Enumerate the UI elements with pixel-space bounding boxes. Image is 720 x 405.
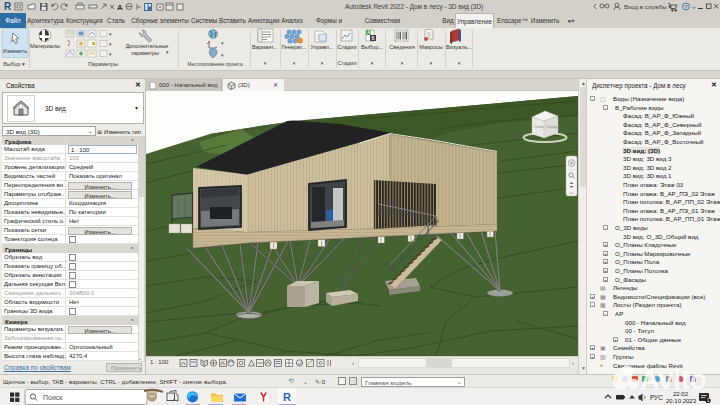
svg-text:▾: ▾ bbox=[221, 40, 224, 46]
svg-text:A: A bbox=[367, 30, 370, 35]
svg-text:Вариант...: Вариант... bbox=[252, 44, 278, 50]
svg-text:Avito: Avito bbox=[640, 365, 707, 395]
svg-text:Выбор...: Выбор... bbox=[361, 44, 383, 50]
svg-text:▾: ▾ bbox=[321, 60, 324, 66]
svg-text:▾: ▾ bbox=[264, 60, 267, 66]
svg-text:Выбор ▾: Выбор ▾ bbox=[3, 61, 25, 67]
svg-text:▾: ▾ bbox=[166, 49, 169, 55]
svg-text:Поиск: Поиск bbox=[43, 394, 63, 401]
svg-text:Спереди: Спереди bbox=[546, 125, 559, 129]
svg-text:A: A bbox=[117, 3, 123, 12]
svg-text:▾: ▾ bbox=[401, 60, 404, 66]
svg-text:Стадии: Стадии bbox=[337, 44, 356, 50]
svg-text:▾: ▾ bbox=[371, 60, 374, 66]
svg-text:Макросы: Макросы bbox=[419, 44, 442, 50]
svg-text:параметры: параметры bbox=[131, 50, 159, 56]
svg-text:Дополнительные: Дополнительные bbox=[126, 43, 169, 49]
svg-text:Местоположение проекта: Местоположение проекта bbox=[188, 62, 243, 67]
svg-text:Сведения: Сведения bbox=[389, 44, 415, 50]
svg-text:▾: ▾ bbox=[109, 41, 112, 47]
svg-text:Изменить: Изменить bbox=[3, 48, 28, 54]
svg-text:Вход в службы ▾: Вход в службы ▾ bbox=[624, 3, 673, 10]
svg-text:Стадии: Стадии bbox=[337, 60, 356, 66]
svg-text:Управл...: Управл... bbox=[310, 44, 334, 50]
svg-text:Autodesk Revit 2022 - Дом в ле: Autodesk Revit 2022 - Дом в лесу - 3D ви… bbox=[345, 3, 483, 11]
svg-text:▾: ▾ bbox=[109, 31, 112, 37]
svg-text:R: R bbox=[4, 1, 12, 12]
svg-text:Визуаль...: Визуаль... bbox=[446, 44, 472, 50]
svg-text:▾: ▾ bbox=[221, 52, 224, 58]
svg-text:Слева: Слева bbox=[534, 125, 544, 129]
svg-text:Материалы: Материалы bbox=[30, 43, 60, 49]
svg-text:B: B bbox=[371, 36, 374, 41]
svg-text:R: R bbox=[283, 391, 291, 403]
svg-text:▾: ▾ bbox=[458, 60, 461, 66]
svg-text:▾: ▾ bbox=[109, 51, 112, 57]
svg-text:▾: ▾ bbox=[430, 60, 433, 66]
svg-text:Параметры: Параметры bbox=[88, 61, 118, 67]
svg-text:Генерат...: Генерат... bbox=[282, 44, 307, 50]
svg-text:▾: ▾ bbox=[293, 60, 296, 66]
